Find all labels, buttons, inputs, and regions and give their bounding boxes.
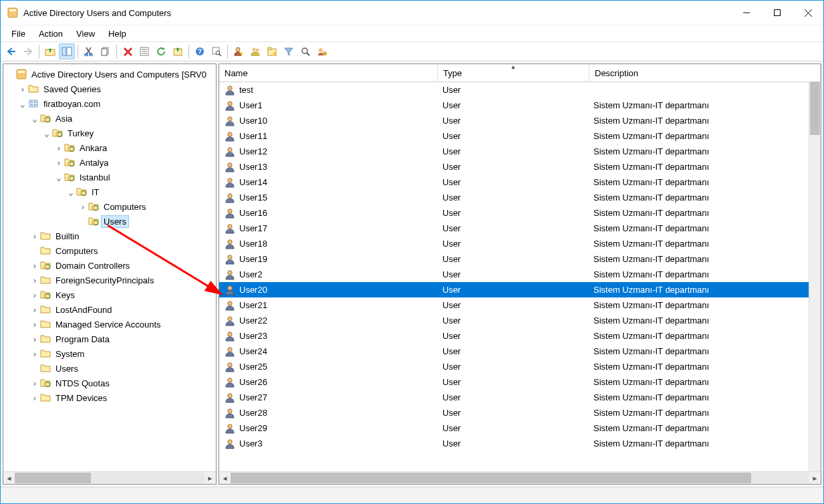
- list-row[interactable]: User14UserSistem Uzmanı-IT departmanı: [219, 174, 821, 190]
- refresh-icon[interactable]: [153, 43, 169, 59]
- back-button[interactable]: [3, 43, 19, 59]
- expand-icon[interactable]: ›: [18, 84, 27, 94]
- add-to-group-icon[interactable]: [314, 43, 330, 59]
- tree-view[interactable]: Active Directory Users and Computers [SR…: [3, 64, 216, 471]
- list-row[interactable]: User25UserSistem Uzmanı-IT departmanı: [219, 359, 821, 374]
- list-row[interactable]: testUser: [219, 82, 821, 98]
- expand-icon[interactable]: ›: [78, 202, 88, 212]
- tree-item[interactable]: ›Antalya: [3, 155, 216, 170]
- tree-item[interactable]: Users: [3, 361, 216, 376]
- tree-item[interactable]: ›LostAndFound: [3, 302, 216, 317]
- list-vertical-scrollbar[interactable]: [809, 82, 821, 472]
- expand-icon[interactable]: ⌄: [30, 114, 39, 124]
- list-row[interactable]: User12UserSistem Uzmanı-IT departmanı: [219, 144, 821, 159]
- tree-item[interactable]: ›Builtin: [3, 229, 216, 243]
- list-row[interactable]: User2UserSistem Uzmanı-IT departmanı: [219, 267, 821, 282]
- new-ou-icon[interactable]: [264, 43, 280, 59]
- list-row[interactable]: User28UserSistem Uzmanı-IT departmanı: [219, 405, 821, 420]
- expand-icon[interactable]: ⌄: [66, 187, 76, 197]
- list-row[interactable]: User17UserSistem Uzmanı-IT departmanı: [219, 221, 821, 236]
- list-row[interactable]: User3UserSistem Uzmanı-IT departmanı: [219, 436, 821, 451]
- menu-action[interactable]: Action: [32, 27, 70, 40]
- tree-item[interactable]: ⌄Asia: [3, 111, 216, 126]
- expand-icon[interactable]: ›: [30, 305, 39, 315]
- tree-item[interactable]: ›System: [3, 346, 216, 361]
- expand-icon[interactable]: ›: [30, 290, 39, 300]
- expand-icon[interactable]: ›: [30, 320, 39, 330]
- expand-icon[interactable]: ›: [30, 231, 39, 241]
- list-row[interactable]: User23UserSistem Uzmanı-IT departmanı: [219, 328, 821, 344]
- tree-item[interactable]: ›Program Data: [3, 332, 216, 346]
- tree-item[interactable]: ⌄firatboyan.com: [3, 96, 216, 111]
- list-row[interactable]: User18UserSistem Uzmanı-IT departmanı: [219, 236, 821, 251]
- copy-icon[interactable]: [98, 43, 114, 59]
- list-row[interactable]: User15UserSistem Uzmanı-IT departmanı: [219, 190, 821, 205]
- find-icon[interactable]: [209, 43, 225, 59]
- menu-help[interactable]: Help: [102, 27, 133, 40]
- delete-icon[interactable]: [120, 43, 136, 59]
- properties-icon[interactable]: [136, 43, 152, 59]
- list-row[interactable]: User22UserSistem Uzmanı-IT departmanı: [219, 313, 821, 328]
- menu-file[interactable]: File: [5, 27, 32, 40]
- expand-icon[interactable]: ›: [30, 349, 39, 359]
- forward-button[interactable]: [20, 43, 36, 59]
- column-type[interactable]: Type▲: [438, 64, 589, 82]
- tree-item[interactable]: ⌄IT: [3, 184, 216, 199]
- expand-icon[interactable]: ›: [30, 261, 39, 271]
- close-button[interactable]: [793, 1, 823, 25]
- list-row[interactable]: User27UserSistem Uzmanı-IT departmanı: [219, 390, 821, 405]
- expand-icon[interactable]: ⌄: [18, 99, 27, 109]
- new-user-icon[interactable]: [231, 43, 247, 59]
- list-row[interactable]: User21UserSistem Uzmanı-IT departmanı: [219, 297, 821, 313]
- up-one-level-icon[interactable]: [42, 43, 58, 59]
- expand-icon[interactable]: ›: [54, 143, 63, 153]
- filter-icon[interactable]: [281, 43, 297, 59]
- column-name[interactable]: Name: [219, 64, 438, 82]
- tree-item[interactable]: ›ForeignSecurityPrincipals: [3, 273, 216, 287]
- title-bar[interactable]: Active Directory Users and Computers: [1, 1, 823, 25]
- list-row[interactable]: User1UserSistem Uzmanı-IT departmanı: [219, 98, 821, 113]
- list-row[interactable]: User10UserSistem Uzmanı-IT departmanı: [219, 113, 821, 128]
- list-row[interactable]: User29UserSistem Uzmanı-IT departmanı: [219, 420, 821, 436]
- new-group-icon[interactable]: [247, 43, 263, 59]
- list-row[interactable]: User13UserSistem Uzmanı-IT departmanı: [219, 159, 821, 174]
- list-row[interactable]: User11UserSistem Uzmanı-IT departmanı: [219, 128, 821, 144]
- maximize-button[interactable]: [762, 1, 793, 25]
- tree-item[interactable]: ⌄Istanbul: [3, 170, 216, 184]
- list-horizontal-scrollbar[interactable]: ◄ ►: [219, 471, 821, 484]
- find-objects-icon[interactable]: [297, 43, 313, 59]
- list-row[interactable]: User16UserSistem Uzmanı-IT departmanı: [219, 205, 821, 221]
- tree-item[interactable]: Computers: [3, 243, 216, 258]
- tree-item[interactable]: ›NTDS Quotas: [3, 376, 216, 390]
- expand-icon[interactable]: ⌄: [42, 128, 51, 138]
- tree-item[interactable]: ›Saved Queries: [3, 82, 216, 96]
- tree-item[interactable]: Users: [3, 214, 216, 229]
- export-list-icon[interactable]: [170, 43, 186, 59]
- expand-icon[interactable]: ›: [30, 334, 39, 344]
- expand-icon[interactable]: ›: [30, 378, 39, 388]
- cut-icon[interactable]: [81, 43, 97, 59]
- expand-icon[interactable]: ›: [54, 158, 63, 168]
- list-row[interactable]: User20UserSistem Uzmanı-IT departmanı: [219, 282, 821, 297]
- show-hide-tree-icon[interactable]: [59, 43, 75, 59]
- tree-item[interactable]: ⌄Turkey: [3, 126, 216, 140]
- list-row[interactable]: User24UserSistem Uzmanı-IT departmanı: [219, 344, 821, 359]
- list-body[interactable]: testUserUser1UserSistem Uzmanı-IT depart…: [219, 82, 821, 471]
- tree-item[interactable]: Active Directory Users and Computers [SR…: [3, 67, 216, 82]
- column-description[interactable]: Description: [589, 64, 821, 82]
- tree-item[interactable]: ›Managed Service Accounts: [3, 317, 216, 332]
- list-row[interactable]: User26UserSistem Uzmanı-IT departmanı: [219, 374, 821, 390]
- list-row[interactable]: User19UserSistem Uzmanı-IT departmanı: [219, 251, 821, 267]
- tree-horizontal-scrollbar[interactable]: ◄ ►: [3, 471, 216, 484]
- menu-view[interactable]: View: [70, 27, 102, 40]
- help-icon[interactable]: ?: [192, 43, 208, 59]
- tree-item[interactable]: ›Ankara: [3, 140, 216, 155]
- expand-icon[interactable]: ›: [30, 275, 39, 285]
- minimize-button[interactable]: [731, 1, 762, 25]
- expand-icon[interactable]: ›: [30, 393, 39, 403]
- expand-icon[interactable]: ⌄: [54, 172, 63, 182]
- tree-item[interactable]: ›TPM Devices: [3, 390, 216, 405]
- tree-item[interactable]: ›Keys: [3, 287, 216, 302]
- tree-item[interactable]: ›Domain Controllers: [3, 258, 216, 273]
- tree-item[interactable]: ›Computers: [3, 199, 216, 214]
